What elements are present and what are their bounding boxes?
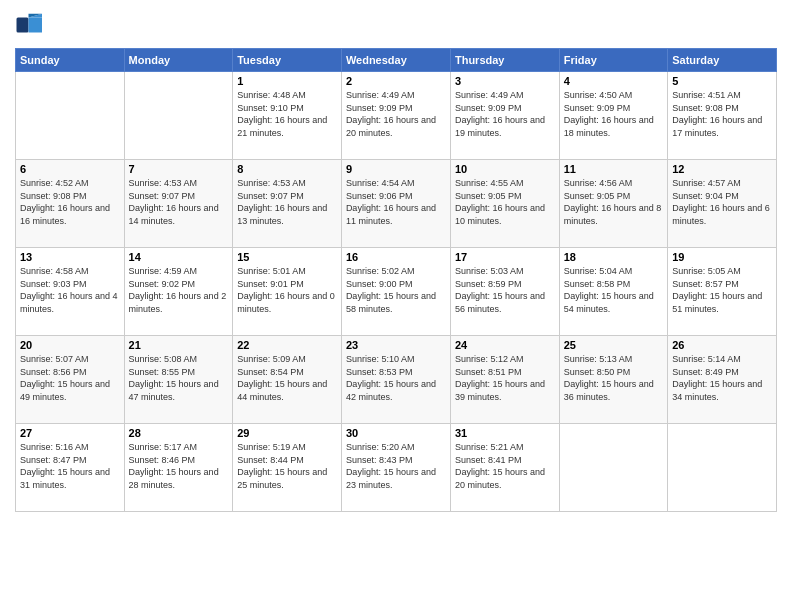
calendar-week-row: 27Sunrise: 5:16 AMSunset: 8:47 PMDayligh… bbox=[16, 424, 777, 512]
calendar-day-header: Tuesday bbox=[233, 49, 342, 72]
day-info: Sunrise: 5:10 AMSunset: 8:53 PMDaylight:… bbox=[346, 353, 446, 403]
day-info: Sunrise: 4:50 AMSunset: 9:09 PMDaylight:… bbox=[564, 89, 663, 139]
day-number: 28 bbox=[129, 427, 229, 439]
day-info: Sunrise: 5:17 AMSunset: 8:46 PMDaylight:… bbox=[129, 441, 229, 491]
calendar-cell: 12Sunrise: 4:57 AMSunset: 9:04 PMDayligh… bbox=[668, 160, 777, 248]
day-number: 31 bbox=[455, 427, 555, 439]
day-number: 22 bbox=[237, 339, 337, 351]
day-info: Sunrise: 5:14 AMSunset: 8:49 PMDaylight:… bbox=[672, 353, 772, 403]
day-info: Sunrise: 4:53 AMSunset: 9:07 PMDaylight:… bbox=[129, 177, 229, 227]
day-info: Sunrise: 4:49 AMSunset: 9:09 PMDaylight:… bbox=[346, 89, 446, 139]
day-info: Sunrise: 4:48 AMSunset: 9:10 PMDaylight:… bbox=[237, 89, 337, 139]
calendar-cell bbox=[124, 72, 233, 160]
calendar-cell: 29Sunrise: 5:19 AMSunset: 8:44 PMDayligh… bbox=[233, 424, 342, 512]
day-number: 21 bbox=[129, 339, 229, 351]
day-number: 30 bbox=[346, 427, 446, 439]
logo bbox=[15, 10, 47, 40]
calendar-cell: 21Sunrise: 5:08 AMSunset: 8:55 PMDayligh… bbox=[124, 336, 233, 424]
calendar-cell bbox=[668, 424, 777, 512]
day-info: Sunrise: 4:54 AMSunset: 9:06 PMDaylight:… bbox=[346, 177, 446, 227]
calendar-cell: 26Sunrise: 5:14 AMSunset: 8:49 PMDayligh… bbox=[668, 336, 777, 424]
day-number: 3 bbox=[455, 75, 555, 87]
calendar-cell: 9Sunrise: 4:54 AMSunset: 9:06 PMDaylight… bbox=[341, 160, 450, 248]
day-number: 9 bbox=[346, 163, 446, 175]
day-number: 2 bbox=[346, 75, 446, 87]
day-info: Sunrise: 5:01 AMSunset: 9:01 PMDaylight:… bbox=[237, 265, 337, 315]
calendar-cell: 16Sunrise: 5:02 AMSunset: 9:00 PMDayligh… bbox=[341, 248, 450, 336]
calendar-cell: 27Sunrise: 5:16 AMSunset: 8:47 PMDayligh… bbox=[16, 424, 125, 512]
calendar-cell: 30Sunrise: 5:20 AMSunset: 8:43 PMDayligh… bbox=[341, 424, 450, 512]
calendar-cell: 24Sunrise: 5:12 AMSunset: 8:51 PMDayligh… bbox=[450, 336, 559, 424]
calendar: SundayMondayTuesdayWednesdayThursdayFrid… bbox=[15, 48, 777, 512]
day-number: 12 bbox=[672, 163, 772, 175]
day-number: 8 bbox=[237, 163, 337, 175]
day-number: 15 bbox=[237, 251, 337, 263]
calendar-cell: 2Sunrise: 4:49 AMSunset: 9:09 PMDaylight… bbox=[341, 72, 450, 160]
day-info: Sunrise: 4:56 AMSunset: 9:05 PMDaylight:… bbox=[564, 177, 663, 227]
calendar-cell: 25Sunrise: 5:13 AMSunset: 8:50 PMDayligh… bbox=[559, 336, 667, 424]
calendar-week-row: 20Sunrise: 5:07 AMSunset: 8:56 PMDayligh… bbox=[16, 336, 777, 424]
calendar-day-header: Monday bbox=[124, 49, 233, 72]
day-info: Sunrise: 5:04 AMSunset: 8:58 PMDaylight:… bbox=[564, 265, 663, 315]
day-number: 1 bbox=[237, 75, 337, 87]
calendar-cell: 4Sunrise: 4:50 AMSunset: 9:09 PMDaylight… bbox=[559, 72, 667, 160]
day-number: 23 bbox=[346, 339, 446, 351]
calendar-cell: 14Sunrise: 4:59 AMSunset: 9:02 PMDayligh… bbox=[124, 248, 233, 336]
day-info: Sunrise: 5:19 AMSunset: 8:44 PMDaylight:… bbox=[237, 441, 337, 491]
day-number: 29 bbox=[237, 427, 337, 439]
day-number: 27 bbox=[20, 427, 120, 439]
day-number: 24 bbox=[455, 339, 555, 351]
day-number: 4 bbox=[564, 75, 663, 87]
day-info: Sunrise: 5:03 AMSunset: 8:59 PMDaylight:… bbox=[455, 265, 555, 315]
calendar-cell: 15Sunrise: 5:01 AMSunset: 9:01 PMDayligh… bbox=[233, 248, 342, 336]
day-number: 17 bbox=[455, 251, 555, 263]
svg-marker-1 bbox=[29, 18, 43, 33]
svg-rect-0 bbox=[17, 18, 29, 33]
day-number: 25 bbox=[564, 339, 663, 351]
calendar-header-row: SundayMondayTuesdayWednesdayThursdayFrid… bbox=[16, 49, 777, 72]
day-number: 14 bbox=[129, 251, 229, 263]
calendar-cell: 28Sunrise: 5:17 AMSunset: 8:46 PMDayligh… bbox=[124, 424, 233, 512]
day-number: 18 bbox=[564, 251, 663, 263]
calendar-cell: 20Sunrise: 5:07 AMSunset: 8:56 PMDayligh… bbox=[16, 336, 125, 424]
day-info: Sunrise: 5:09 AMSunset: 8:54 PMDaylight:… bbox=[237, 353, 337, 403]
calendar-cell: 3Sunrise: 4:49 AMSunset: 9:09 PMDaylight… bbox=[450, 72, 559, 160]
day-number: 20 bbox=[20, 339, 120, 351]
calendar-cell: 6Sunrise: 4:52 AMSunset: 9:08 PMDaylight… bbox=[16, 160, 125, 248]
day-number: 13 bbox=[20, 251, 120, 263]
day-number: 16 bbox=[346, 251, 446, 263]
day-info: Sunrise: 4:51 AMSunset: 9:08 PMDaylight:… bbox=[672, 89, 772, 139]
calendar-day-header: Sunday bbox=[16, 49, 125, 72]
calendar-cell: 17Sunrise: 5:03 AMSunset: 8:59 PMDayligh… bbox=[450, 248, 559, 336]
day-info: Sunrise: 5:21 AMSunset: 8:41 PMDaylight:… bbox=[455, 441, 555, 491]
day-info: Sunrise: 4:58 AMSunset: 9:03 PMDaylight:… bbox=[20, 265, 120, 315]
day-info: Sunrise: 4:49 AMSunset: 9:09 PMDaylight:… bbox=[455, 89, 555, 139]
calendar-cell: 10Sunrise: 4:55 AMSunset: 9:05 PMDayligh… bbox=[450, 160, 559, 248]
calendar-cell bbox=[559, 424, 667, 512]
calendar-day-header: Wednesday bbox=[341, 49, 450, 72]
day-number: 5 bbox=[672, 75, 772, 87]
calendar-cell: 22Sunrise: 5:09 AMSunset: 8:54 PMDayligh… bbox=[233, 336, 342, 424]
calendar-cell: 7Sunrise: 4:53 AMSunset: 9:07 PMDaylight… bbox=[124, 160, 233, 248]
calendar-cell: 19Sunrise: 5:05 AMSunset: 8:57 PMDayligh… bbox=[668, 248, 777, 336]
day-info: Sunrise: 4:53 AMSunset: 9:07 PMDaylight:… bbox=[237, 177, 337, 227]
calendar-cell bbox=[16, 72, 125, 160]
day-number: 7 bbox=[129, 163, 229, 175]
logo-icon bbox=[15, 10, 45, 40]
day-info: Sunrise: 5:16 AMSunset: 8:47 PMDaylight:… bbox=[20, 441, 120, 491]
header bbox=[15, 10, 777, 40]
calendar-cell: 8Sunrise: 4:53 AMSunset: 9:07 PMDaylight… bbox=[233, 160, 342, 248]
day-info: Sunrise: 5:08 AMSunset: 8:55 PMDaylight:… bbox=[129, 353, 229, 403]
calendar-week-row: 1Sunrise: 4:48 AMSunset: 9:10 PMDaylight… bbox=[16, 72, 777, 160]
day-number: 11 bbox=[564, 163, 663, 175]
day-info: Sunrise: 4:55 AMSunset: 9:05 PMDaylight:… bbox=[455, 177, 555, 227]
calendar-cell: 5Sunrise: 4:51 AMSunset: 9:08 PMDaylight… bbox=[668, 72, 777, 160]
day-info: Sunrise: 4:57 AMSunset: 9:04 PMDaylight:… bbox=[672, 177, 772, 227]
calendar-week-row: 6Sunrise: 4:52 AMSunset: 9:08 PMDaylight… bbox=[16, 160, 777, 248]
page: SundayMondayTuesdayWednesdayThursdayFrid… bbox=[0, 0, 792, 612]
day-number: 6 bbox=[20, 163, 120, 175]
calendar-cell: 23Sunrise: 5:10 AMSunset: 8:53 PMDayligh… bbox=[341, 336, 450, 424]
day-info: Sunrise: 4:59 AMSunset: 9:02 PMDaylight:… bbox=[129, 265, 229, 315]
day-info: Sunrise: 5:07 AMSunset: 8:56 PMDaylight:… bbox=[20, 353, 120, 403]
calendar-day-header: Thursday bbox=[450, 49, 559, 72]
